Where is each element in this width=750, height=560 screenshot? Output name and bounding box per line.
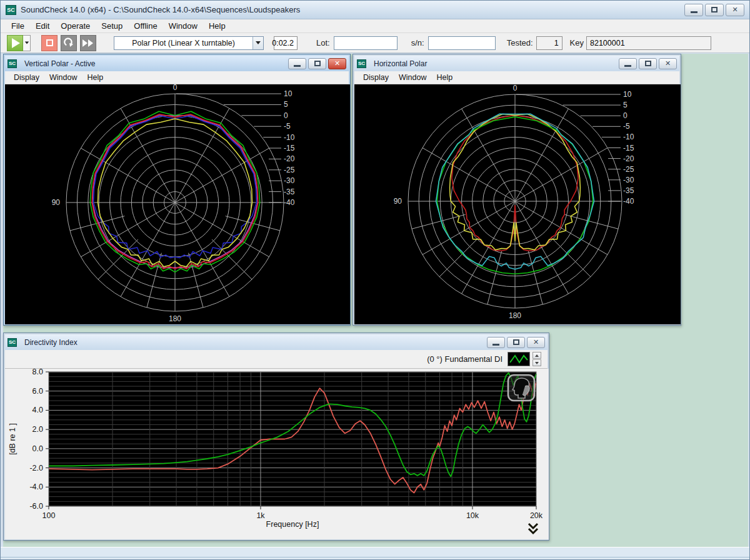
window-controls: ✕ xyxy=(619,58,677,69)
window-title: Vertical Polar - Active xyxy=(24,59,95,68)
hats-head-icon[interactable] xyxy=(506,374,536,405)
main-window-controls: ✕ xyxy=(684,4,744,16)
horizontal-polar-titlebar[interactable]: SC Horizontal Polar ✕ xyxy=(354,56,679,71)
svg-text:0: 0 xyxy=(623,111,628,120)
svg-text:6.0: 6.0 xyxy=(32,387,43,396)
menu-item-help[interactable]: Help xyxy=(431,72,458,82)
menu-item-window[interactable]: Window xyxy=(44,72,82,82)
menu-item-window[interactable]: Window xyxy=(394,72,431,82)
minimize-button[interactable] xyxy=(684,4,703,16)
menu-item-offline[interactable]: Offline xyxy=(128,20,162,32)
app-icon: SC xyxy=(6,5,16,15)
svg-text:-40: -40 xyxy=(284,198,295,207)
svg-text:-5: -5 xyxy=(623,122,630,131)
fast-forward-icon xyxy=(82,39,94,47)
svg-text:-25: -25 xyxy=(284,166,295,174)
svg-text:-6.0: -6.0 xyxy=(29,502,43,511)
svg-text:180: 180 xyxy=(509,311,521,320)
svg-text:-40: -40 xyxy=(623,197,634,206)
lot-input[interactable] xyxy=(334,36,398,50)
svg-text:-35: -35 xyxy=(623,186,634,195)
svg-text:90: 90 xyxy=(394,197,402,206)
run-sequence-button[interactable] xyxy=(7,35,23,51)
svg-text:0: 0 xyxy=(173,84,178,92)
svg-text:20k: 20k xyxy=(530,511,543,520)
window-controls: ✕ xyxy=(288,58,346,69)
menu-item-display[interactable]: Display xyxy=(9,72,44,82)
directivity-titlebar[interactable]: SC Directivity Index ✕ xyxy=(5,334,548,350)
svg-text:-30: -30 xyxy=(623,176,634,184)
tested-value: 1 xyxy=(536,36,562,50)
spinner-down-button[interactable] xyxy=(532,359,541,366)
svg-text:[dB re 1 ]: [dB re 1 ] xyxy=(8,423,17,455)
horizontal-polar-menubar: Display Window Help xyxy=(354,71,679,84)
svg-text:10k: 10k xyxy=(466,511,479,520)
svg-text:5: 5 xyxy=(284,100,288,109)
svg-text:-35: -35 xyxy=(284,188,295,196)
sequence-combobox[interactable]: Polar Plot (Linear X turntable) xyxy=(114,36,264,50)
menu-item-help[interactable]: Help xyxy=(82,72,108,82)
window-title: Directivity Index xyxy=(24,338,78,347)
restore-button[interactable] xyxy=(705,4,724,16)
chevron-down-icon xyxy=(256,41,261,44)
restore-button[interactable] xyxy=(507,337,525,348)
minimize-button[interactable] xyxy=(487,337,505,348)
svg-text:0.0: 0.0 xyxy=(32,444,43,453)
spinner-up-button[interactable] xyxy=(532,352,541,359)
legend-swatch[interactable] xyxy=(508,352,530,366)
directivity-index-window: SC Directivity Index ✕ (0 °) Fundamental… xyxy=(3,332,549,541)
restore-button[interactable] xyxy=(308,58,326,69)
stop-button[interactable] xyxy=(41,35,58,51)
svg-text:10: 10 xyxy=(284,89,292,98)
sn-input[interactable] xyxy=(428,36,496,50)
svg-text:-2.0: -2.0 xyxy=(29,464,43,472)
svg-text:0: 0 xyxy=(513,84,518,92)
menu-item-setup[interactable]: Setup xyxy=(96,20,128,32)
svg-text:-5: -5 xyxy=(284,122,291,131)
menu-item-file[interactable]: File xyxy=(6,20,30,32)
redo-arrow-icon xyxy=(64,38,74,48)
window-title: Horizontal Polar xyxy=(374,59,427,68)
menu-item-edit[interactable]: Edit xyxy=(30,20,55,32)
main-menubar: File Edit Operate Setup Offline Window H… xyxy=(1,19,749,33)
menu-item-operate[interactable]: Operate xyxy=(55,20,96,32)
menu-item-display[interactable]: Display xyxy=(358,72,394,82)
close-button[interactable]: ✕ xyxy=(527,337,545,348)
svg-text:0: 0 xyxy=(284,111,288,120)
vertical-polar-titlebar[interactable]: SC Vertical Polar - Active ✕ xyxy=(5,56,349,71)
close-button[interactable]: ✕ xyxy=(328,58,346,69)
minimize-button[interactable] xyxy=(619,58,637,69)
main-titlebar[interactable]: SC SoundCheck 14.0 (x64) - C:\SoundCheck… xyxy=(1,1,749,19)
sequence-name: Polar Plot (Linear X turntable) xyxy=(114,39,252,48)
close-button[interactable]: ✕ xyxy=(659,58,677,69)
svg-text:90: 90 xyxy=(52,198,61,207)
legend-line-icon xyxy=(508,352,529,366)
svg-text:4.0: 4.0 xyxy=(32,406,43,414)
svg-text:Frequency [Hz]: Frequency [Hz] xyxy=(266,520,319,529)
legend-row: (0 °) Fundamental DI xyxy=(5,350,548,369)
down-arrow-icon xyxy=(535,362,539,364)
window-bottom-frame xyxy=(1,547,749,559)
close-button[interactable]: ✕ xyxy=(726,4,744,16)
skip-button[interactable] xyxy=(80,35,96,51)
rerun-button[interactable] xyxy=(61,35,77,51)
mdi-client-area: SC Vertical Polar - Active ✕ Display Win… xyxy=(3,54,748,548)
svg-text:-25: -25 xyxy=(623,165,634,174)
combobox-arrow[interactable] xyxy=(252,37,263,49)
window-controls: ✕ xyxy=(487,337,545,348)
menu-item-help[interactable]: Help xyxy=(203,20,231,32)
vertical-polar-menubar: Display Window Help xyxy=(5,71,349,84)
svg-text:-20: -20 xyxy=(284,154,295,163)
main-toolbar: Polar Plot (Linear X turntable) 0:02.2 L… xyxy=(1,33,749,53)
svg-text:-30: -30 xyxy=(284,176,295,185)
key-label: Key xyxy=(570,38,584,48)
svg-text:-10: -10 xyxy=(284,133,295,142)
menu-item-window[interactable]: Window xyxy=(163,20,203,32)
svg-text:-15: -15 xyxy=(284,144,295,152)
svg-text:100: 100 xyxy=(42,511,56,520)
collapse-chevron-icon[interactable] xyxy=(526,522,540,538)
restore-button[interactable] xyxy=(639,58,657,69)
svg-text:180: 180 xyxy=(169,314,181,323)
minimize-button[interactable] xyxy=(288,58,306,69)
run-dropdown[interactable] xyxy=(23,35,31,51)
